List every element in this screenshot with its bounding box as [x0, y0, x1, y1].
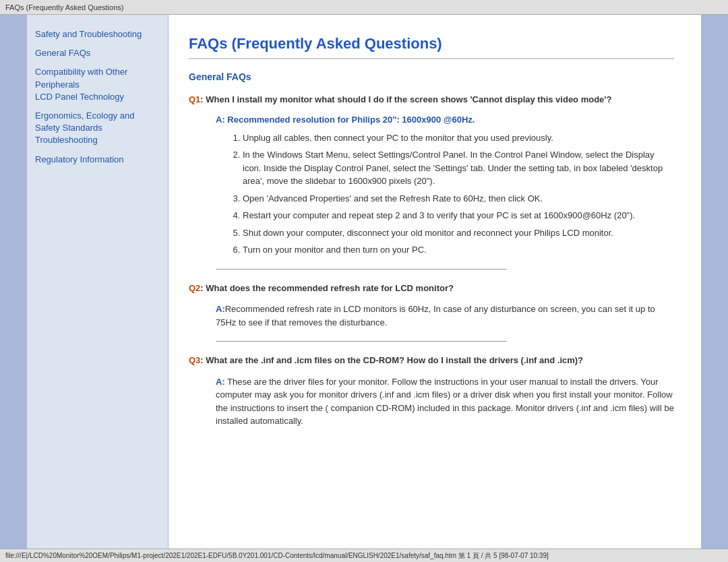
q2-a-label: A:: [216, 304, 225, 314]
q2-answer-text: Recommended refresh rate in LCD monitors…: [216, 304, 655, 327]
q1-step-6: Turn on your monitor and then turn on yo…: [243, 243, 674, 257]
sidebar-item-ergonomics[interactable]: Ergonomics, Ecology and Safety Standards: [35, 110, 160, 134]
sidebar-item-general-faqs[interactable]: General FAQs: [35, 47, 160, 59]
section-heading: General FAQs: [189, 71, 674, 82]
q1-a-label: A:: [216, 115, 225, 125]
q1-step-4: Restart your computer and repeat step 2 …: [243, 209, 674, 222]
sidebar: Safety and Troubleshooting General FAQs …: [27, 15, 169, 549]
q1-divider: [216, 269, 507, 270]
status-bar: file:///E|/LCD%20Monitor%20OEM/Philips/M…: [0, 549, 728, 562]
q1-step-1: Unplug all cables, then connect your PC …: [243, 131, 674, 145]
sidebar-item-troubleshooting[interactable]: Troubleshooting: [35, 134, 160, 146]
question-1: Q1: When I install my monitor what shoul…: [189, 93, 674, 106]
q1-step-3: Open 'Advanced Properties' and set the R…: [243, 192, 674, 206]
q1-text: : When I install my monitor what should …: [200, 94, 611, 104]
status-bar-text: file:///E|/LCD%20Monitor%20OEM/Philips/M…: [5, 551, 549, 561]
left-panel: [0, 15, 27, 549]
sidebar-item-regulatory[interactable]: Regulatory Information: [35, 154, 160, 166]
q1-step-2: In the Windows Start Menu, select Settin…: [243, 148, 674, 188]
sidebar-item-safety[interactable]: Safety and Troubleshooting: [35, 28, 160, 40]
question-3: Q3: What are the .inf and .icm files on …: [189, 354, 674, 367]
sidebar-item-lcd-panel[interactable]: LCD Panel Technology: [35, 91, 160, 103]
question-2: Q2: What does the recommended refresh ra…: [189, 282, 674, 295]
q2-answer: A:Recommended refresh rate in LCD monito…: [216, 303, 674, 329]
q3-text: : What are the .inf and .icm files on th…: [200, 355, 583, 365]
title-bar-text: FAQs (Frequently Asked Questions): [5, 3, 123, 11]
q1-answer-heading: A: Recommended resolution for Philips 20…: [216, 115, 674, 125]
q3-label: Q3: [189, 355, 200, 365]
q3-answer: A: These are the driver files for your m…: [216, 375, 674, 428]
right-panel: [701, 15, 728, 549]
title-bar: FAQs (Frequently Asked Questions): [0, 0, 728, 15]
q1-answer-heading-text: Recommended resolution for Philips 20": …: [227, 115, 475, 125]
q1-step-5: Shut down your computer, disconnect your…: [243, 226, 674, 240]
q1-steps: Unplug all cables, then connect your PC …: [243, 131, 674, 257]
q2-text: : What does the recommended refresh rate…: [200, 283, 454, 293]
q2-divider: [216, 341, 507, 342]
content-area: FAQs (Frequently Asked Questions) Genera…: [169, 15, 701, 549]
q3-a-label: A:: [216, 377, 225, 387]
title-divider: [189, 58, 674, 59]
q2-label: Q2: [189, 283, 200, 293]
q3-answer-text: These are the driver files for your moni…: [216, 377, 674, 427]
q1-label: Q1: [189, 94, 200, 104]
sidebar-item-compatibility[interactable]: Compatibility with Other Peripherals: [35, 66, 160, 90]
page-title: FAQs (Frequently Asked Questions): [189, 35, 674, 53]
